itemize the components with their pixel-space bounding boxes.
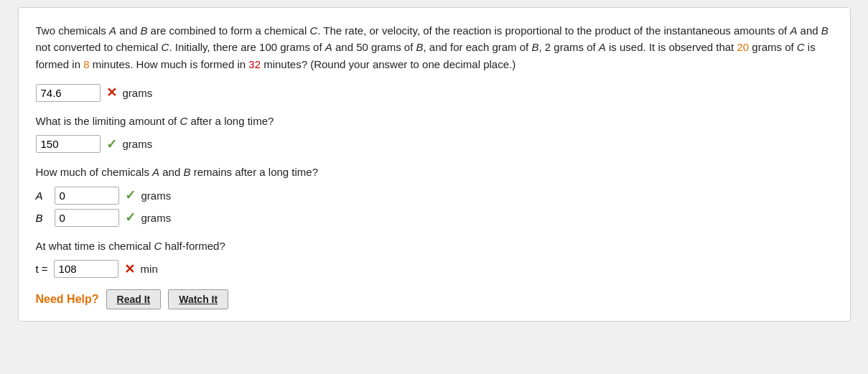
chem-b3: B: [416, 41, 424, 53]
watch-it-button[interactable]: Watch It: [168, 289, 228, 309]
q2-row: ✓ grams: [36, 135, 833, 153]
q2-section: What is the limiting amount of C after a…: [36, 113, 833, 154]
q4-t-prefix: t =: [36, 263, 48, 275]
read-it-button[interactable]: Read It: [106, 289, 162, 309]
need-help-row: Need Help? Read It Watch It: [36, 289, 833, 309]
q3-text: How much of chemicals A and B remains af…: [36, 164, 833, 181]
q3-a-input[interactable]: [55, 187, 119, 205]
q3-a-label: A: [36, 190, 49, 202]
q3-b-row: B ✓ grams: [36, 209, 833, 227]
chem-b2: B: [821, 24, 829, 37]
q4-section: At what time is chemical C half-formed? …: [36, 238, 833, 279]
q3-b-input[interactable]: [55, 209, 119, 227]
chem-c2: C: [162, 41, 169, 53]
q3-a-row: A ✓ grams: [36, 187, 833, 205]
q1-row: ✕ grams: [36, 84, 833, 102]
q2-text: What is the limiting amount of C after a…: [36, 113, 833, 130]
q3-b-label: B: [36, 212, 49, 224]
q4-row: t = ✕ min: [36, 260, 833, 278]
q3-section: How much of chemicals A and B remains af…: [36, 164, 833, 227]
chem-a3: A: [325, 41, 332, 53]
problem-text: Two chemicals A and B are combined to fo…: [36, 22, 833, 73]
q4-text: At what time is chemical C half-formed?: [36, 238, 833, 255]
q4-status-icon: ✕: [124, 261, 135, 277]
need-help-label: Need Help?: [36, 293, 99, 306]
q4-unit: min: [141, 263, 158, 275]
main-card: Two chemicals A and B are combined to fo…: [18, 7, 851, 322]
highlight-8: 8: [83, 58, 89, 70]
highlight-32: 32: [248, 58, 261, 70]
q3-a-unit: grams: [141, 190, 172, 202]
chem-c3: C: [797, 41, 805, 53]
q4-input[interactable]: [54, 260, 118, 278]
chem-a4: A: [599, 41, 606, 53]
q3-b-status-icon: ✓: [125, 210, 136, 225]
q3-a-status-icon: ✓: [125, 187, 136, 203]
highlight-20: 20: [737, 41, 749, 53]
chem-a: A: [109, 24, 116, 37]
q2-input[interactable]: [36, 135, 101, 153]
chem-b: B: [140, 24, 147, 37]
chem-a2: A: [790, 24, 797, 37]
q3-b-unit: grams: [141, 212, 172, 224]
q1-input[interactable]: [36, 84, 101, 102]
q1-status-icon: ✕: [106, 85, 117, 100]
chem-c: C: [309, 24, 317, 37]
q2-unit: grams: [123, 138, 153, 150]
q2-status-icon: ✓: [106, 136, 117, 152]
q1-unit: grams: [123, 87, 153, 99]
chem-b4: B: [531, 41, 538, 53]
